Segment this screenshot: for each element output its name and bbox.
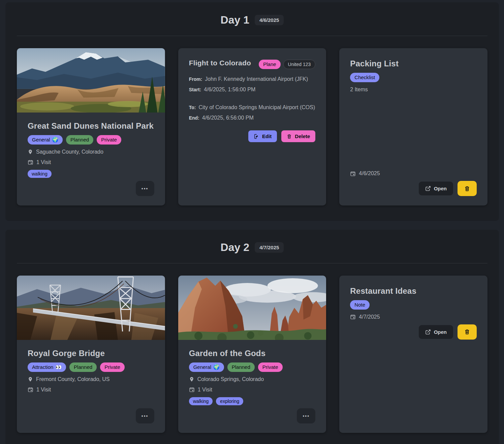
location-pin-icon bbox=[189, 376, 194, 382]
day-2-header: Day 2 4/7/2025 bbox=[17, 230, 487, 254]
open-button[interactable]: Open bbox=[419, 325, 453, 339]
visits-row: 1 Visit bbox=[189, 387, 316, 393]
day-title: Day 2 bbox=[221, 241, 249, 254]
location-text: Colorado Springs, Colorado bbox=[197, 376, 264, 382]
place-badges: General🌍 Planned Private bbox=[28, 135, 154, 145]
to-value: City of Colorado Springs Municipal Airpo… bbox=[198, 104, 315, 110]
tag-badge: walking bbox=[189, 397, 213, 405]
open-button[interactable]: Open bbox=[419, 182, 453, 195]
note-date: 4/7/2025 bbox=[359, 314, 380, 320]
flight-badges: Plane United 123 bbox=[259, 60, 315, 69]
delete-note-button[interactable] bbox=[458, 324, 477, 340]
status-badge: Planned bbox=[69, 362, 97, 372]
place-badges: Attraction👀 Planned Private bbox=[28, 362, 154, 372]
checklist-actions: Open bbox=[350, 181, 477, 196]
visits-text: 1 Visit bbox=[198, 387, 212, 393]
checklist-card-body: Packing List Checklist 2 Items 4/6/2025 … bbox=[339, 48, 487, 205]
from-label: From: bbox=[189, 76, 202, 82]
trash-icon bbox=[464, 329, 470, 335]
checklist-type-badge: Checklist bbox=[350, 73, 379, 82]
departure-details: From:John F. Kennedy International Airpo… bbox=[189, 76, 316, 93]
day-1-header: Day 1 4/6/2025 bbox=[17, 2, 487, 26]
location-pin-icon bbox=[28, 376, 33, 382]
flight-header: Flight to Colorado Plane United 123 bbox=[189, 59, 316, 69]
flight-card: Flight to Colorado Plane United 123 From… bbox=[178, 48, 326, 205]
trash-icon bbox=[287, 134, 292, 139]
tag-badge: walking bbox=[28, 170, 52, 178]
place-card-body: Great Sand Dunes National Park General🌍 … bbox=[17, 113, 165, 205]
calendar-icon bbox=[350, 171, 356, 177]
trash-icon bbox=[464, 186, 470, 192]
arrival-details: To:City of Colorado Springs Municipal Ai… bbox=[189, 104, 316, 121]
transport-type-badge: Plane bbox=[259, 60, 280, 69]
visits-row: 1 Visit bbox=[28, 159, 154, 165]
place-title: Great Sand Dunes National Park bbox=[28, 121, 154, 131]
checklist-title: Packing List bbox=[350, 59, 477, 68]
day-date-badge: 4/6/2025 bbox=[255, 15, 284, 25]
flight-card-body: Flight to Colorado Plane United 123 From… bbox=[178, 48, 326, 205]
place-card-garden-of-the-gods: Garden of the Gods General🌍 Planned Priv… bbox=[178, 276, 326, 433]
globe-icon: 🌍 bbox=[213, 364, 220, 371]
tag-row: walking exploring bbox=[189, 397, 316, 405]
eyes-icon: 👀 bbox=[55, 364, 62, 371]
day-divider bbox=[17, 263, 487, 263]
status-badge: Planned bbox=[66, 135, 93, 145]
card-menu-button[interactable]: ••• bbox=[136, 181, 154, 196]
calendar-icon bbox=[350, 314, 356, 320]
start-value: 4/6/2025, 1:56:00 PM bbox=[204, 87, 255, 92]
note-actions: Open bbox=[350, 324, 477, 340]
great-sand-dunes-photo bbox=[17, 48, 165, 113]
place-title: Royal Gorge Bridge bbox=[28, 349, 154, 358]
end-line: End:4/6/2025, 6:56:00 PM bbox=[189, 115, 316, 121]
location-row: Colorado Springs, Colorado bbox=[189, 376, 316, 382]
location-row: Saguache County, Colorado bbox=[28, 149, 154, 155]
flight-number-badge: United 123 bbox=[283, 60, 316, 69]
location-row: Fremont County, Colorado, US bbox=[28, 376, 154, 382]
checklist-date: 4/6/2025 bbox=[359, 170, 380, 177]
tag-badge: exploring bbox=[216, 397, 243, 405]
category-badge: General🌍 bbox=[28, 135, 63, 145]
from-line: From:John F. Kennedy International Airpo… bbox=[189, 76, 316, 82]
delete-checklist-button[interactable] bbox=[458, 181, 477, 196]
start-label: Start: bbox=[189, 87, 201, 92]
day-title: Day 1 bbox=[221, 14, 249, 26]
to-line: To:City of Colorado Springs Municipal Ai… bbox=[189, 104, 316, 110]
place-title: Garden of the Gods bbox=[189, 349, 316, 358]
open-external-icon bbox=[425, 186, 431, 191]
card-menu-button[interactable]: ••• bbox=[297, 408, 315, 423]
place-badges: General🌍 Planned Private bbox=[189, 362, 316, 372]
calendar-icon bbox=[28, 159, 33, 165]
note-date-row: 4/7/2025 bbox=[350, 314, 477, 320]
flight-title: Flight to Colorado bbox=[189, 59, 251, 67]
visibility-badge: Private bbox=[100, 362, 125, 372]
checklist-badges: Checklist bbox=[350, 73, 477, 82]
checklist-date-row: 4/6/2025 bbox=[350, 170, 477, 177]
royal-gorge-bridge-photo bbox=[17, 276, 165, 340]
note-badges: Note bbox=[350, 300, 477, 310]
edit-icon bbox=[254, 134, 259, 139]
day-date-badge: 4/7/2025 bbox=[255, 242, 284, 253]
edit-button[interactable]: Edit bbox=[248, 130, 277, 142]
note-card: Restaurant Ideas Note 4/7/2025 Open bbox=[339, 276, 487, 433]
checklist-card: Packing List Checklist 2 Items 4/6/2025 … bbox=[339, 48, 487, 205]
tag-row: walking bbox=[28, 170, 154, 178]
delete-button[interactable]: Delete bbox=[281, 130, 315, 142]
visibility-badge: Private bbox=[97, 135, 121, 145]
place-card-great-sand-dunes: Great Sand Dunes National Park General🌍 … bbox=[17, 48, 165, 205]
place-card-royal-gorge-bridge: Royal Gorge Bridge Attraction👀 Planned P… bbox=[17, 276, 165, 433]
status-badge: Planned bbox=[227, 362, 255, 372]
end-label: End: bbox=[189, 115, 199, 121]
location-text: Saguache County, Colorado bbox=[36, 149, 103, 155]
calendar-icon bbox=[189, 387, 195, 392]
card-menu-button[interactable]: ••• bbox=[136, 408, 154, 423]
visits-text: 1 Visit bbox=[36, 159, 51, 165]
day-2-cards: Royal Gorge Bridge Attraction👀 Planned P… bbox=[17, 276, 487, 433]
place-card-body: Royal Gorge Bridge Attraction👀 Planned P… bbox=[17, 340, 165, 433]
visibility-badge: Private bbox=[258, 362, 283, 372]
spacer bbox=[350, 97, 477, 166]
category-badge: Attraction👀 bbox=[28, 362, 66, 372]
day-1-cards: Great Sand Dunes National Park General🌍 … bbox=[17, 48, 487, 205]
place-card-body: Garden of the Gods General🌍 Planned Priv… bbox=[178, 340, 326, 433]
note-card-body: Restaurant Ideas Note 4/7/2025 Open bbox=[339, 276, 487, 433]
location-text: Fremont County, Colorado, US bbox=[36, 376, 109, 382]
